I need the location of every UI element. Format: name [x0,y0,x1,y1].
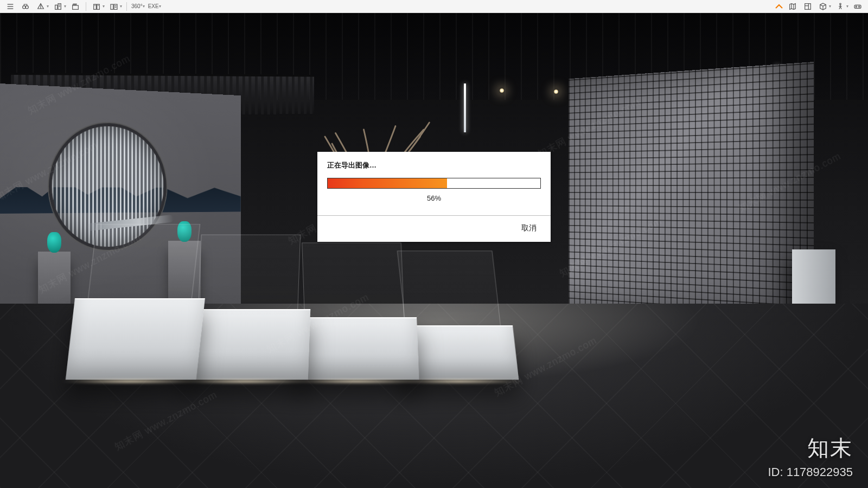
toolbar-separator [126,2,127,11]
chevron-down-icon[interactable]: ▾ [846,4,848,9]
svg-rect-15 [111,4,113,9]
chevron-down-icon[interactable]: ▾ [64,4,66,9]
exe-export-button[interactable]: EXE [147,3,160,9]
scene-glass-case [397,251,501,326]
scene-center-display [70,239,560,380]
asset-id-label: ID: 1178922935 [768,465,853,479]
library-b-icon[interactable] [107,1,121,12]
chevron-down-icon[interactable]: ▾ [47,4,49,9]
blueprint-icon[interactable] [801,1,815,12]
progress-percent-label: 56% [327,194,541,202]
chevron-down-icon[interactable]: ▾ [120,4,122,9]
svg-point-27 [858,6,859,7]
chevron-down-icon[interactable]: ▾ [829,4,831,9]
scene-grid-wall [569,62,814,322]
toolbar-right-group: ▾ ▾ [786,1,865,12]
ceiling-spotlight [553,89,559,94]
dialog-footer: 取消 [317,216,551,242]
cube-icon[interactable] [816,1,830,12]
top-toolbar: ▾ ▾ ▾ ▾ 360° ▾ EXE ▾ [0,0,868,13]
collapse-toolbar-button[interactable] [773,3,786,10]
svg-rect-21 [805,3,811,9]
menu-icon[interactable] [3,1,17,12]
brand-logo-text: 知末 [807,433,853,463]
scene-glass-case [302,242,404,318]
progress-bar-fill [328,178,447,188]
dialog-title: 正在导出图像… [327,160,541,170]
library-a-icon[interactable] [90,1,104,12]
svg-point-3 [23,5,25,8]
clapper-icon[interactable] [68,1,82,12]
asset-id-prefix: ID: [768,465,786,479]
toolbar-separator [86,2,86,11]
svg-point-26 [856,6,857,7]
scene-glass-case [198,234,301,310]
chevron-down-icon[interactable]: ▾ [103,4,105,9]
toolbar-left-group: ▾ ▾ ▾ ▾ 360° ▾ EXE ▾ [3,1,773,12]
progress-bar [327,178,541,189]
scene-vase [47,232,61,253]
chevron-down-icon[interactable]: ▾ [159,4,161,9]
asset-id-value: 1178922935 [787,465,853,479]
svg-rect-16 [114,4,117,9]
scene-glass-case [88,224,200,299]
cancel-button[interactable]: 取消 [517,221,541,235]
svg-rect-12 [97,4,100,9]
badge-360[interactable]: 360° [130,3,144,9]
svg-rect-10 [73,5,79,9]
export-progress-dialog: 正在导出图像… 56% 取消 [317,152,551,242]
svg-rect-11 [94,4,97,9]
render-viewport[interactable]: 知末网 www.znzmo.com 知末网 www.znzmo.com 知末网 … [0,13,868,488]
svg-point-24 [840,3,841,5]
walk-icon[interactable] [833,1,847,12]
svg-point-4 [25,5,28,8]
tube-light [464,84,466,132]
toolbar-center [773,3,786,10]
map-icon[interactable] [786,1,800,12]
chevron-down-icon[interactable]: ▾ [143,4,145,9]
buildings-icon[interactable] [51,1,65,12]
scene-pedestal-small [38,252,71,311]
vr-icon[interactable] [851,1,865,12]
svg-rect-6 [55,5,58,9]
binoculars-icon[interactable] [18,1,33,12]
scene-pedestal [292,317,419,380]
scene-pedestal [66,298,205,380]
pyramid-icon[interactable] [34,1,48,12]
dialog-body: 正在导出图像… 56% [317,152,551,208]
ceiling-spotlight [499,88,505,93]
